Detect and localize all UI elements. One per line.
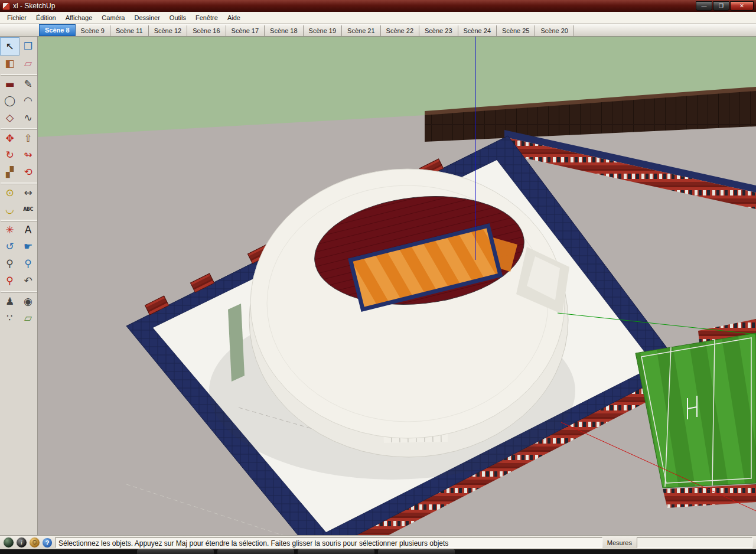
axes-tool[interactable]: ✳ bbox=[1, 221, 19, 238]
model-viewport[interactable]: Arena bbox=[38, 37, 756, 535]
text-tool[interactable]: ABC bbox=[19, 201, 37, 218]
scene-tab[interactable]: Scène 11 bbox=[110, 25, 149, 36]
credits-icon[interactable]: © bbox=[30, 537, 40, 548]
freehand-tool[interactable]: ∿ bbox=[19, 109, 37, 126]
polygon-tool[interactable]: ◇ bbox=[1, 109, 19, 126]
scale-tool[interactable]: ▞ bbox=[1, 164, 19, 181]
menu-item[interactable]: Aide bbox=[223, 13, 245, 22]
scene-tab[interactable]: Scène 12 bbox=[149, 25, 187, 36]
status-message: Sélectionnez les objets. Appuyez sur Maj… bbox=[55, 537, 602, 548]
tool-icon: ▱ bbox=[24, 313, 32, 323]
tool-icon: ▞ bbox=[6, 167, 14, 177]
scene-tab[interactable]: Scène 25 bbox=[497, 25, 535, 36]
tool-icon: ↖ bbox=[5, 41, 14, 51]
line-tool[interactable]: ✎ bbox=[19, 75, 37, 92]
dimension-tool[interactable]: ↔ bbox=[19, 184, 37, 201]
menu-item[interactable]: Édition bbox=[31, 13, 61, 22]
window-controls: — ❐ ✕ bbox=[695, 1, 754, 11]
tool-icon: ♟ bbox=[5, 296, 14, 307]
tool-icon: ⚲ bbox=[6, 276, 13, 286]
pan-tool[interactable]: ☛ bbox=[19, 238, 37, 255]
model-canvas[interactable]: Arena bbox=[38, 37, 756, 535]
scene-tab[interactable]: Scène 23 bbox=[419, 25, 458, 36]
scene-tab[interactable]: Scène 18 bbox=[265, 25, 303, 36]
geolocation-icon[interactable] bbox=[4, 537, 14, 548]
tool-icon: ∿ bbox=[24, 113, 32, 123]
sketchup-app-icon bbox=[2, 2, 10, 10]
scene-tab[interactable]: Scène 19 bbox=[304, 25, 342, 36]
zoom-tool[interactable]: ⚲ bbox=[1, 255, 19, 272]
taskbar-button[interactable] bbox=[378, 549, 455, 554]
tool-icon: ↶ bbox=[24, 276, 32, 286]
scene-tab[interactable]: Scène 16 bbox=[187, 25, 226, 36]
tool-icon: ✳ bbox=[5, 225, 14, 235]
tool-icon: ▱ bbox=[24, 58, 32, 69]
taskbar-button[interactable] bbox=[217, 549, 294, 554]
menu-item[interactable]: Caméra bbox=[97, 13, 129, 22]
tool-icon: ◡ bbox=[5, 204, 14, 214]
scene-tab[interactable]: Scène 8 bbox=[39, 24, 76, 36]
rotate-tool[interactable]: ↻ bbox=[1, 146, 19, 164]
paint-bucket-tool[interactable]: ◧ bbox=[1, 55, 19, 72]
scene-tab[interactable]: Scène 22 bbox=[381, 25, 419, 36]
3d-text-tool[interactable]: A bbox=[19, 221, 37, 238]
walk-tool[interactable]: ∵ bbox=[1, 309, 19, 327]
scene-tab[interactable]: Scène 20 bbox=[535, 25, 573, 36]
push-pull-tool[interactable]: ⇧ bbox=[19, 129, 37, 146]
tool-icon: ↔ bbox=[24, 188, 32, 198]
make-component-tool[interactable]: ❒ bbox=[19, 38, 37, 55]
status-bar: i © ? Sélectionnez les objets. Appuyez s… bbox=[0, 535, 756, 549]
move-tool[interactable]: ✥ bbox=[1, 129, 19, 146]
tool-icon: ◧ bbox=[5, 58, 14, 69]
offset-tool[interactable]: ⟲ bbox=[19, 164, 37, 181]
tool-icon: ⊙ bbox=[5, 188, 14, 198]
tool-icon: ◇ bbox=[6, 113, 14, 123]
rectangle-tool[interactable]: ▬ bbox=[1, 75, 19, 92]
measurements-input[interactable] bbox=[637, 537, 752, 548]
scene-tab[interactable]: Scène 21 bbox=[342, 25, 380, 36]
protractor-tool[interactable]: ◡ bbox=[1, 201, 19, 218]
tool-icon: ↬ bbox=[24, 150, 32, 160]
menu-item[interactable]: Outils bbox=[165, 13, 191, 22]
arc-tool[interactable]: ◠ bbox=[19, 92, 37, 109]
eraser-tool[interactable]: ▱ bbox=[19, 55, 37, 72]
tool-icon: ◯ bbox=[4, 96, 15, 106]
scene-tab[interactable]: Scène 9 bbox=[76, 25, 110, 36]
position-camera-tool[interactable]: ♟ bbox=[1, 292, 19, 309]
menu-item[interactable]: Fichier bbox=[2, 13, 31, 22]
taskbar-button[interactable] bbox=[137, 549, 214, 554]
title-bar[interactable]: xl - SketchUp — ❐ ✕ bbox=[0, 0, 756, 12]
tool-icon: ◠ bbox=[24, 96, 32, 106]
tool-icon: ABC bbox=[23, 207, 33, 212]
select-tool[interactable]: ↖ bbox=[1, 38, 19, 55]
scene-tab[interactable]: Scène 17 bbox=[226, 25, 265, 36]
scene-tab[interactable]: Scène 24 bbox=[458, 25, 497, 36]
section-plane-tool[interactable]: ▱ bbox=[19, 309, 37, 327]
circle-tool[interactable]: ◯ bbox=[1, 92, 19, 109]
tool-icon: ⚲ bbox=[6, 259, 13, 269]
look-around-tool[interactable]: ◉ bbox=[19, 292, 37, 309]
claim-credit-icon[interactable]: i bbox=[17, 537, 27, 548]
previous-view-tool[interactable]: ↶ bbox=[19, 272, 37, 289]
menu-item[interactable]: Dessiner bbox=[129, 13, 164, 22]
menu-item[interactable]: Affichage bbox=[61, 13, 97, 22]
zoom-window-tool[interactable]: ⚲ bbox=[19, 255, 37, 272]
tool-icon: A bbox=[25, 225, 32, 235]
tool-icon: ∵ bbox=[6, 313, 13, 323]
zoom-extents-tool[interactable]: ⚲ bbox=[1, 272, 19, 289]
menu-bar: FichierÉditionAffichageCaméraDessinerOut… bbox=[0, 12, 756, 24]
close-button[interactable]: ✕ bbox=[730, 1, 754, 11]
follow-me-tool[interactable]: ↬ bbox=[19, 146, 37, 164]
minimize-button[interactable]: — bbox=[696, 1, 712, 11]
maximize-button[interactable]: ❐ bbox=[713, 1, 729, 11]
tool-icon: ⇧ bbox=[24, 133, 32, 144]
window-title: xl - SketchUp bbox=[13, 2, 55, 10]
tape-measure-tool[interactable]: ⊙ bbox=[1, 184, 19, 201]
menu-item[interactable]: Fenêtre bbox=[191, 13, 223, 22]
orbit-tool[interactable]: ↺ bbox=[1, 238, 19, 255]
help-icon[interactable]: ? bbox=[43, 538, 52, 548]
tool-palette: ↖ ❒ ◧ ▱ ▬ ✎ ◯ bbox=[0, 37, 38, 535]
windows-taskbar bbox=[0, 549, 756, 554]
taskbar-button[interactable] bbox=[298, 549, 374, 554]
tool-icon: ❒ bbox=[24, 41, 32, 51]
